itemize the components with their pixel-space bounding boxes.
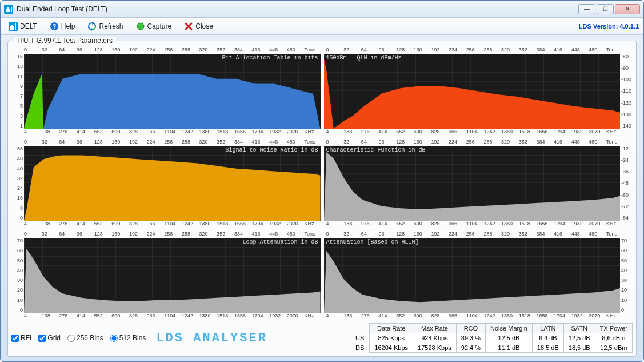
help-button[interactable]: ? Help [46,20,79,33]
app-icon [4,5,13,14]
top-axis: 0326496128160192224256288320352384416448… [11,47,321,54]
window-title: Dual Ended Loop Test (DELT) [17,5,107,13]
help-icon: ? [50,22,59,31]
top-axis: 0326496128160192224256288320352384416448… [11,231,321,238]
svg-marker-18 [324,250,621,313]
window-controls: — ☐ ✕ [578,4,640,14]
rfi-checkbox[interactable]: RFI [11,334,31,342]
svg-rect-8 [15,23,16,30]
refresh-button[interactable]: Refresh [84,20,126,33]
content: ITU-T G.997.1 Test Parameters 0326496128… [1,35,643,361]
svg-point-11 [137,23,144,30]
svg-rect-0 [6,9,7,12]
top-axis: 0326496128160192224256288320352384416448… [11,139,321,146]
y-axis: 56484032241680 [11,146,24,221]
stats-cell: 924 Kbps [413,333,457,343]
capture-icon [136,22,145,31]
bottom-axis: 4138276414552690828966110412421380151816… [324,313,633,320]
chart-char: 0326496128160192224256288320352384416448… [324,139,633,228]
maximize-button[interactable]: ☐ [597,4,614,14]
toolbar: DELT ? Help Refresh Capture Close LDS Ve… [1,18,643,35]
svg-marker-14 [324,59,621,129]
stats-cell: 89,3 % [456,333,485,343]
stats-header: Max Rate [413,324,457,333]
y-axis: 706050403020100 [11,238,24,313]
chart-snr: 0326496128160192224256288320352384416448… [11,139,321,228]
stats-row-label: DS: [351,343,370,353]
plot-area: Loop Attenuation in dB [24,238,321,313]
chart-qln: 0326496128160192224256288320352384416448… [324,47,633,136]
logo-text: LDS ANALYSER [156,331,267,345]
close-icon [184,22,193,31]
window-close-button[interactable]: ✕ [615,4,640,14]
help-label: Help [61,22,75,30]
plot-title: Characteristic Function in dB [326,147,426,153]
capture-button[interactable]: Capture [133,20,175,33]
stats-header: Data Rate [370,324,413,333]
svg-rect-6 [11,25,13,30]
plot-area: Characteristic Function in dB [324,146,621,221]
stats-row-label: US: [351,333,370,343]
stats-cell: 18,5 dB [532,343,563,353]
svg-marker-16 [324,152,621,221]
titlebar: Dual Ended Loop Test (DELT) — ☐ ✕ [1,1,643,18]
svg-rect-7 [13,26,14,30]
stats-cell: 11,1 dB [486,343,533,353]
bottom-axis: 4138276414552690828966110412421380151816… [11,221,321,228]
plot-title: Attenuation [Based on HLIN] [326,239,419,245]
top-axis: 0326496128160192224256288320352384416448… [324,47,633,54]
window: Dual Ended Loop Test (DELT) — ☐ ✕ DELT ?… [0,0,644,362]
bottom-axis: 4138276414552690828966110412421380151816… [11,129,321,136]
plot-title: Bit Allocation Table in bits [222,55,318,61]
charts-grid: 0326496128160192224256288320352384416448… [11,47,633,320]
svg-text:?: ? [52,23,56,30]
delt-icon [9,22,18,31]
close-label: Close [195,22,213,30]
plot-area: Attenuation [Based on HLIN] [324,238,621,313]
svg-rect-5 [10,26,11,30]
stats-header: LATN [532,324,563,333]
stats-row: US:825 Kbps924 Kbps89,3 %12,5 dB6,4 dB12… [351,333,632,343]
stats-header: SATN [563,324,595,333]
stats-cell: 12,5 dB [486,333,533,343]
controls: RFI Grid 256 Bins 512 Bins [11,334,146,342]
chart-hlin: 0326496128160192224256288320352384416448… [324,231,633,320]
capture-label: Capture [147,22,172,30]
minimize-button[interactable]: — [578,4,595,14]
plot-area: 150dBm - QLN in dBm/Hz [324,54,621,129]
top-axis: 0326496128160192224256288320352384416448… [324,231,633,238]
stats-cell: 12,5 dB [563,333,595,343]
stats-cell: 8,6 dBm [595,333,632,343]
stats-cell: 16204 Kbps [370,343,413,353]
plot-area: Bit Allocation Table in bits [24,54,321,129]
plot-title: Signal to Noise Ratio in dB [225,147,318,153]
refresh-icon [87,22,97,31]
stats-cell: 92,4 % [456,343,485,353]
svg-rect-1 [7,7,9,12]
parameters-group: ITU-T G.997.1 Test Parameters 0326496128… [7,41,637,357]
stats-header: TX Power [595,324,632,333]
y-axis: 706050403020100 [620,238,633,313]
bottom-axis: 4138276414552690828966110412421380151816… [324,129,633,136]
plot-title: Loop Attenuation in dB [242,239,318,245]
top-axis: 0326496128160192224256288320352384416448… [324,139,633,146]
close-button[interactable]: Close [181,20,217,33]
bottom-axis: 4138276414552690828966110412421380151816… [324,221,633,228]
delt-button[interactable]: DELT [5,20,41,33]
stats-cell: 17528 Kbps [413,343,457,353]
plot-area: Signal to Noise Ratio in dB [24,146,321,221]
bins-256-radio[interactable]: 256 Bins [67,334,103,342]
stats-row: DS:16204 Kbps17528 Kbps92,4 %11,1 dB18,5… [351,343,632,353]
y-axis: -12-24-36-48-60-72-84 [620,146,633,221]
bottom-axis: 4138276414552690828966110412421380151816… [11,313,321,320]
stats-cell: 825 Kbps [370,333,413,343]
stats-table: Data RateMax RateRCONoise MarginLATNSATN… [351,323,633,353]
version-label: LDS Version: 4.0.1.1 [579,23,639,30]
grid-checkbox[interactable]: Grid [38,334,61,342]
stats-header: RCO [456,324,485,333]
stats-cell: 18,5 dB [563,343,595,353]
bins-512-radio[interactable]: 512 Bins [110,334,146,342]
svg-rect-2 [9,9,10,12]
chart-bits: 0326496128160192224256288320352384416448… [11,47,321,136]
svg-marker-17 [24,249,321,313]
